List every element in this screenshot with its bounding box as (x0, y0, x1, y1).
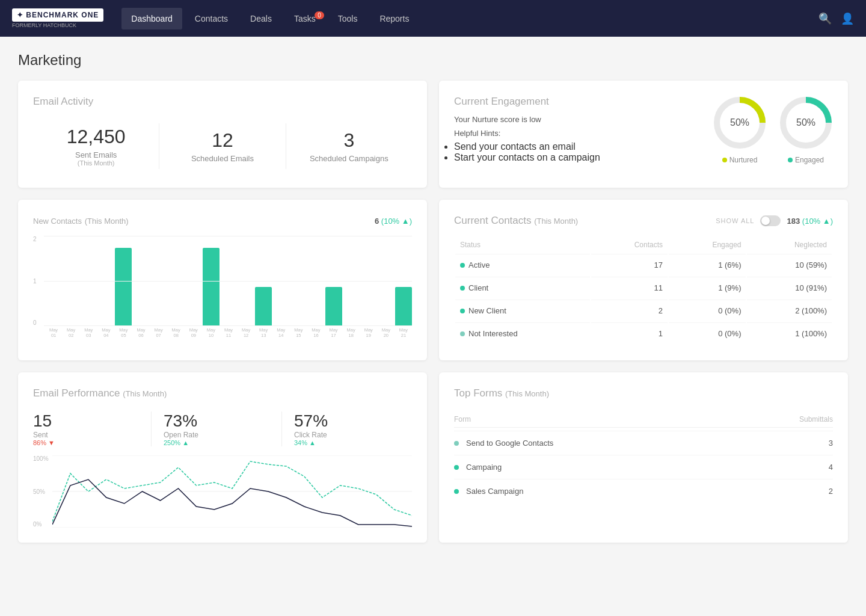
nav-reports[interactable]: Reports (370, 8, 419, 29)
navigation: ✦ BENCHMARK ONE FORMERLY HATCHBUCK Dashb… (0, 0, 866, 37)
scheduled-campaigns-count: 3 (286, 129, 412, 152)
logo-name: ✦ BENCHMARK ONE (17, 11, 99, 19)
ep-click-rate: 57% Click Rate 34% ▲ (281, 411, 412, 446)
bar-label-18: May19 (360, 327, 377, 338)
status-cell: New Client (455, 300, 590, 321)
contacts-count: 11 (591, 277, 668, 298)
sent-label: Sent Emails (33, 150, 159, 159)
table-row: Not Interested 1 0 (0%) 1 (100%) (455, 322, 832, 344)
ep-y-0: 0% (33, 521, 49, 528)
bar-label-7: May08 (168, 327, 185, 338)
ep-y-100: 100% (33, 455, 49, 462)
neglected-count: 10 (91%) (747, 277, 832, 298)
new-contacts-card: New Contacts (This Month) 6 (10% ▲) 2 1 … (18, 200, 427, 360)
ep-open-change: 250% ▲ (164, 439, 269, 446)
up-arrow-icon-2: ▲ (309, 439, 316, 446)
form-name: Campaing (454, 463, 502, 472)
toggle-knob (761, 217, 770, 225)
svg-text:50%: 50% (730, 117, 749, 128)
form-name: Sales Campaign (454, 487, 523, 496)
current-contacts-card: Current Contacts (This Month) SHOW ALL 1… (439, 200, 848, 360)
ep-sent-change: 86% ▼ (33, 439, 139, 446)
nav-dashboard[interactable]: Dashboard (121, 8, 182, 29)
status-cell: Client (455, 277, 590, 298)
ep-click-label: Click Rate (294, 431, 400, 439)
bar-label-13: May14 (272, 327, 289, 338)
col-status: Status (455, 237, 590, 253)
down-arrow-icon: ▼ (48, 439, 55, 446)
bar-label-19: May20 (378, 327, 395, 338)
show-all-toggle[interactable] (760, 215, 781, 226)
bar-label-4: May05 (115, 327, 132, 338)
sent-count: 12,450 (33, 126, 159, 148)
hint-2: Start your contacts on a campaign (454, 152, 713, 163)
y-min: 0 (33, 319, 37, 326)
ep-sent-label: Sent (33, 431, 139, 439)
col-contacts: Contacts (591, 237, 668, 253)
current-engagement-card: Current Engagement Your Nurture score is… (439, 81, 848, 188)
nurtured-donut: 50% Nurtured (713, 96, 767, 164)
bar-label-20: May21 (395, 327, 412, 338)
logo-sub: FORMERLY HATCHBUCK (12, 22, 103, 28)
engagement-score: Your Nurture score is low (454, 115, 713, 124)
bar-label-3: May04 (97, 327, 114, 338)
form-submittals: 4 (829, 463, 833, 472)
cc-total: 183 (10% ▲) (787, 217, 833, 226)
engaged-count: 0 (0%) (669, 322, 746, 344)
engaged-donut: 50% Engaged (779, 96, 833, 164)
ep-sent-count: 15 (33, 411, 139, 431)
email-performance-card: Email Performance (This Month) 15 Sent 8… (18, 372, 427, 543)
tf-form-col: Form (454, 415, 471, 424)
cc-right: SHOW ALL 183 (10% ▲) (716, 215, 833, 226)
nav-contacts[interactable]: Contacts (185, 8, 238, 29)
engaged-count: 1 (9%) (669, 277, 746, 298)
ep-open-label: Open Rate (164, 431, 269, 439)
new-contacts-header: New Contacts (This Month) 6 (10% ▲) (33, 215, 412, 227)
bar-label-16: May17 (325, 327, 342, 338)
nav-tools[interactable]: Tools (328, 8, 367, 29)
tf-submittals-col: Submittals (799, 415, 833, 424)
bar-label-9: May10 (203, 327, 220, 338)
bar-label-6: May07 (150, 327, 167, 338)
neglected-count: 1 (100%) (747, 322, 832, 344)
page-content: Marketing Email Activity 12,450 Sent Ema… (0, 37, 866, 570)
nav-tasks[interactable]: Tasks 0 (284, 8, 325, 29)
svg-text:50%: 50% (796, 117, 815, 128)
ep-click-change: 34% ▲ (294, 439, 400, 446)
list-item: Sales Campaign 2 (454, 479, 833, 503)
hint-1: Send your contacts an email (454, 141, 713, 152)
status-cell: Not Interested (455, 322, 590, 344)
contacts-count: 1 (591, 322, 668, 344)
bar-label-1: May02 (63, 327, 79, 338)
user-icon[interactable]: 👤 (841, 12, 854, 25)
neglected-count: 2 (100%) (747, 300, 832, 321)
engagement-right: 50% Nurtured 50% (713, 96, 833, 164)
search-icon[interactable]: 🔍 (818, 12, 832, 25)
status-cell: Active (455, 254, 590, 276)
scheduled-emails-stat: 12 Scheduled Emails (159, 123, 285, 169)
nav-items: Dashboard Contacts Deals Tasks 0 Tools R… (121, 8, 818, 29)
top-forms-card: Top Forms (This Month) Form Submittals S… (439, 372, 848, 543)
bar-label-2: May03 (80, 327, 97, 338)
cc-title: Current Contacts (This Month) (454, 215, 578, 227)
ep-stats: 15 Sent 86% ▼ 73% Open Rate 250% ▲ 57% C… (33, 411, 412, 446)
row-2: New Contacts (This Month) 6 (10% ▲) 2 1 … (18, 200, 848, 360)
sent-emails-stat: 12,450 Sent Emails (This Month) (33, 120, 159, 173)
table-row: Active 17 1 (6%) 10 (59%) (455, 254, 832, 276)
tf-col-headers: Form Submittals (454, 411, 833, 428)
up-arrow-icon: ▲ (182, 439, 189, 446)
nav-deals[interactable]: Deals (241, 8, 281, 29)
scheduled-campaigns-label: Scheduled Campaigns (286, 154, 412, 163)
bar-label-17: May18 (343, 327, 360, 338)
neglected-count: 10 (59%) (747, 254, 832, 276)
contacts-table-head: Status Contacts Engaged Neglected (455, 237, 832, 253)
email-stats: 12,450 Sent Emails (This Month) 12 Sched… (33, 120, 412, 173)
row-1: Email Activity 12,450 Sent Emails (This … (18, 81, 848, 188)
scheduled-emails-label: Scheduled Emails (159, 154, 285, 163)
table-row: New Client 2 0 (0%) 2 (100%) (455, 300, 832, 321)
new-contacts-count: 6 (10% ▲) (375, 217, 412, 226)
contacts-table-body: Active 17 1 (6%) 10 (59%) Client 11 1 (9… (455, 254, 832, 344)
ep-open-count: 73% (164, 411, 269, 431)
engagement-hints-list: Send your contacts an email Start your c… (454, 141, 713, 163)
contacts-count: 17 (591, 254, 668, 276)
